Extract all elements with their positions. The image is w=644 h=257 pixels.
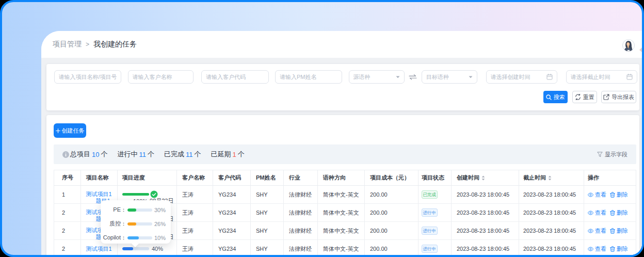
col-name: 项目名称 (81, 170, 118, 186)
cell-customer: 王涛 (177, 240, 213, 255)
create-task-button[interactable]: 创建任务 (54, 123, 86, 138)
tooltip-row-pe: PE： 30% (101, 203, 171, 217)
sort-caret-icon[interactable] (548, 175, 552, 181)
cell-lang: 简体中文-英文 (318, 186, 365, 204)
export-icon (603, 94, 609, 100)
customer-name-input-wrap (128, 70, 194, 84)
col-deadline[interactable]: 截止时间 (519, 170, 584, 186)
cell-status: 进行中 (418, 204, 452, 222)
col-pm: PM姓名 (251, 170, 284, 186)
cell-customer: 王涛 (177, 222, 213, 240)
col-industry: 行业 (284, 170, 318, 186)
caret-down-icon (469, 76, 473, 78)
copilot-progress-bar (127, 236, 152, 239)
col-actions: 操作 (584, 170, 636, 186)
col-created[interactable]: 创建时间 (452, 170, 519, 186)
swap-langs-icon[interactable] (409, 74, 417, 80)
cell-lang: 简体中文-英文 (318, 240, 365, 255)
cell-pm: SHY (251, 204, 284, 222)
breadcrumb-section[interactable]: 项目管理 (53, 40, 82, 49)
project-name-input-wrap (54, 70, 121, 84)
view-button[interactable]: 查看 (588, 227, 606, 235)
project-name-link[interactable]: 测试项目1 (86, 246, 112, 252)
col-lang: 语种方向 (318, 170, 365, 186)
table-header: 序号 项目名称 项目进度 客户名称 客户代码 PM姓名 行业 语种方向 项目成本… (54, 170, 636, 186)
project-name-input[interactable] (59, 74, 117, 80)
display-fields-button[interactable]: 显示字段 (597, 144, 627, 164)
progress-tooltip: PE： 30% 质控： 26% Copilot： 10% (101, 200, 171, 244)
funnel-icon (597, 152, 603, 157)
info-icon (62, 151, 69, 158)
cell-lang: 简体中文-英文 (318, 204, 365, 222)
qc-progress-bar (127, 222, 152, 226)
cell-deadline: 2023-08-23 18:00:45 (519, 240, 584, 255)
cell-industry: 法律财经 (284, 240, 318, 255)
summary-bar: 总项目 10 个 进行中 11 个 已完成 11 个 (54, 144, 636, 164)
customer-name-input[interactable] (133, 74, 189, 80)
cell-deadline: 2023-08-23 18:00:45 (519, 222, 584, 240)
cell-deadline: 2023-08-23 18:00:45 (519, 204, 584, 222)
col-customer: 客户名称 (177, 170, 213, 186)
user-avatar[interactable] (622, 39, 635, 52)
sort-caret-icon[interactable] (481, 175, 485, 181)
cell-deadline: 2023-08-23 18:00:45 (519, 186, 584, 204)
cell-code: YG234 (213, 222, 251, 240)
cell-status: 已完成 (418, 186, 452, 204)
view-button[interactable]: 查看 (588, 245, 606, 253)
cell-pm: SHY (251, 222, 284, 240)
col-index: 序号 (54, 170, 81, 186)
delete-button[interactable]: 删除 (610, 227, 628, 235)
delete-button[interactable]: 删除 (610, 191, 628, 199)
summary-in-progress: 进行中 11 个 (117, 150, 154, 159)
view-button[interactable]: 查看 (588, 209, 606, 217)
create-task-label: 创建任务 (62, 127, 85, 135)
cell-status: 进行中 (418, 240, 452, 255)
cell-cost: 200.00 (365, 186, 418, 204)
cell-customer: 王涛 (177, 186, 213, 204)
status-badge: 已完成 (422, 190, 438, 199)
delete-button[interactable]: 删除 (610, 209, 628, 217)
export-report-button[interactable]: 导出报表 (601, 91, 636, 103)
eye-icon (588, 247, 593, 251)
reset-button[interactable]: 重置 (572, 91, 597, 103)
search-button-label: 搜索 (554, 93, 565, 101)
col-status: 项目状态 (418, 170, 452, 186)
eye-icon (588, 229, 593, 233)
status-badge: 进行中 (422, 227, 438, 235)
create-time-picker[interactable]: 请选择创建时间 (486, 70, 558, 84)
target-lang-select[interactable]: 目标语种 (422, 70, 477, 84)
caret-down-icon (396, 76, 400, 78)
eye-icon (588, 192, 593, 197)
status-badge: 进行中 (422, 245, 438, 253)
filter-row: 源语种 目标语种 (46, 70, 637, 84)
pm-name-input[interactable] (280, 74, 337, 80)
plus-icon (56, 128, 60, 133)
trash-icon (610, 228, 615, 234)
eye-icon (588, 211, 593, 215)
cell-created: 2023-08-23 18:00:45 (452, 222, 519, 240)
trash-icon (610, 192, 615, 198)
cell-status: 进行中 (418, 222, 452, 240)
pe-progress-bar (127, 208, 152, 212)
cursor-fragment (639, 45, 642, 54)
col-progress: 项目进度 (118, 170, 178, 186)
search-button[interactable]: 搜索 (543, 91, 568, 103)
view-button[interactable]: 查看 (588, 191, 606, 199)
project-name-link[interactable]: 测试项目1 (86, 191, 112, 198)
calendar-icon (626, 74, 633, 80)
filter-buttons: 搜索 重置 导出报表 (543, 91, 637, 103)
pm-name-input-wrap (275, 70, 342, 84)
cell-customer: 王涛 (177, 204, 213, 222)
reset-button-label: 重置 (583, 93, 594, 101)
deadline-time-picker[interactable]: 请选择截止时间 (566, 70, 637, 84)
source-lang-select[interactable]: 源语种 (349, 70, 405, 84)
top-bar: 项目管理 > 我创建的任务 (41, 31, 642, 58)
search-icon (546, 94, 552, 100)
customer-code-input[interactable] (206, 74, 264, 80)
refresh-icon (575, 94, 581, 100)
delete-button[interactable]: 删除 (610, 245, 628, 253)
breadcrumb-separator-icon: > (86, 41, 89, 48)
cell-cost: 200.00 (365, 240, 418, 255)
main-panel: 项目管理 > 我创建的任务 (41, 31, 642, 255)
cell-cost: 200.00 (365, 222, 418, 240)
